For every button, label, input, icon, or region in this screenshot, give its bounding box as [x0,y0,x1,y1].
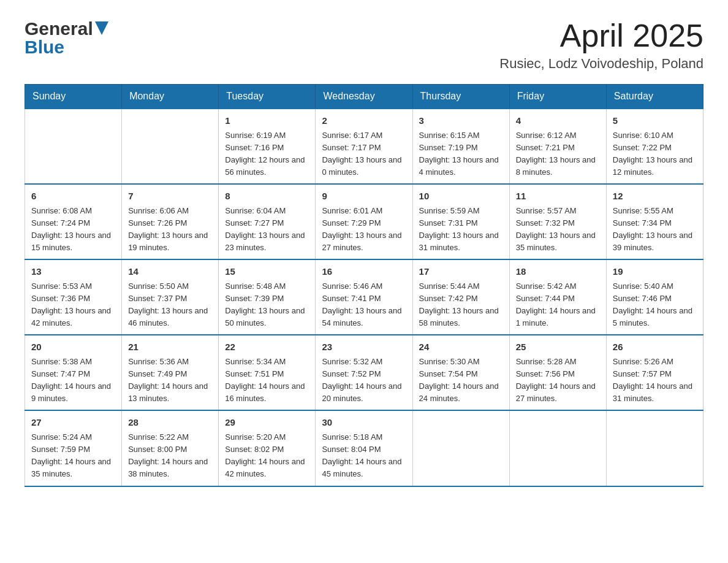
day-info: Sunrise: 5:48 AMSunset: 7:39 PMDaylight:… [225,280,309,330]
day-info: Sunrise: 6:19 AMSunset: 7:16 PMDaylight:… [225,129,309,179]
day-cell: 8Sunrise: 6:04 AMSunset: 7:27 PMDaylight… [219,184,316,259]
day-cell: 16Sunrise: 5:46 AMSunset: 7:41 PMDayligh… [316,259,412,335]
day-cell: 26Sunrise: 5:26 AMSunset: 7:57 PMDayligh… [606,335,703,410]
day-cell: 19Sunrise: 5:40 AMSunset: 7:46 PMDayligh… [606,259,703,335]
day-cell: 9Sunrise: 6:01 AMSunset: 7:29 PMDaylight… [316,184,412,259]
weekday-header-thursday: Thursday [412,85,509,109]
day-info: Sunrise: 5:28 AMSunset: 7:56 PMDaylight:… [516,356,600,405]
day-number: 8 [225,190,309,204]
weekday-header-wednesday: Wednesday [316,85,412,109]
day-info: Sunrise: 6:17 AMSunset: 7:17 PMDaylight:… [322,129,406,179]
day-number: 1 [225,114,309,128]
day-number: 19 [613,265,697,279]
month-title: April 2025 [499,18,703,53]
day-number: 3 [419,114,503,128]
day-cell: 10Sunrise: 5:59 AMSunset: 7:31 PMDayligh… [412,184,509,259]
logo-triangle-icon [95,21,108,35]
day-info: Sunrise: 5:26 AMSunset: 7:57 PMDaylight:… [613,356,697,405]
day-number: 7 [128,190,212,204]
day-number: 29 [225,416,309,430]
day-number: 4 [516,114,600,128]
day-info: Sunrise: 5:53 AMSunset: 7:36 PMDaylight:… [31,280,115,330]
day-number: 26 [613,340,697,354]
day-info: Sunrise: 6:12 AMSunset: 7:21 PMDaylight:… [516,129,600,179]
day-info: Sunrise: 5:46 AMSunset: 7:41 PMDaylight:… [322,280,406,330]
week-row-3: 13Sunrise: 5:53 AMSunset: 7:36 PMDayligh… [25,259,703,335]
day-cell: 4Sunrise: 6:12 AMSunset: 7:21 PMDaylight… [509,109,606,184]
day-cell [25,109,122,184]
day-number: 21 [128,340,212,354]
weekday-header-monday: Monday [122,85,219,109]
day-number: 22 [225,340,309,354]
day-info: Sunrise: 6:04 AMSunset: 7:27 PMDaylight:… [225,205,309,255]
day-cell: 6Sunrise: 6:08 AMSunset: 7:24 PMDaylight… [25,184,122,259]
day-cell: 12Sunrise: 5:55 AMSunset: 7:34 PMDayligh… [606,184,703,259]
day-number: 24 [419,340,503,354]
day-cell [122,109,219,184]
day-cell: 23Sunrise: 5:32 AMSunset: 7:52 PMDayligh… [316,335,412,410]
day-cell [606,410,703,486]
weekday-header-sunday: Sunday [25,85,122,109]
week-row-1: 1Sunrise: 6:19 AMSunset: 7:16 PMDaylight… [25,109,703,184]
day-number: 25 [516,340,600,354]
week-row-2: 6Sunrise: 6:08 AMSunset: 7:24 PMDaylight… [25,184,703,259]
day-number: 28 [128,416,212,430]
day-info: Sunrise: 6:08 AMSunset: 7:24 PMDaylight:… [31,205,115,255]
day-cell [412,410,509,486]
day-info: Sunrise: 5:57 AMSunset: 7:32 PMDaylight:… [516,205,600,255]
weekday-header-tuesday: Tuesday [219,85,316,109]
day-cell: 2Sunrise: 6:17 AMSunset: 7:17 PMDaylight… [316,109,412,184]
calendar-table: SundayMondayTuesdayWednesdayThursdayFrid… [25,84,703,486]
logo-general-text: General [25,18,93,39]
day-cell: 13Sunrise: 5:53 AMSunset: 7:36 PMDayligh… [25,259,122,335]
logo-blue-text: Blue [25,37,64,57]
day-number: 11 [516,190,600,204]
day-number: 13 [31,265,115,279]
day-info: Sunrise: 5:18 AMSunset: 8:04 PMDaylight:… [322,431,406,481]
day-cell: 20Sunrise: 5:38 AMSunset: 7:47 PMDayligh… [25,335,122,410]
day-number: 30 [322,416,406,430]
day-info: Sunrise: 5:59 AMSunset: 7:31 PMDaylight:… [419,205,503,255]
week-row-4: 20Sunrise: 5:38 AMSunset: 7:47 PMDayligh… [25,335,703,410]
day-number: 6 [31,190,115,204]
day-number: 23 [322,340,406,354]
day-number: 12 [613,190,697,204]
day-info: Sunrise: 5:36 AMSunset: 7:49 PMDaylight:… [128,356,212,405]
day-info: Sunrise: 5:34 AMSunset: 7:51 PMDaylight:… [225,356,309,405]
title-area: April 2025 Rusiec, Lodz Voivodeship, Pol… [499,18,703,72]
day-info: Sunrise: 6:10 AMSunset: 7:22 PMDaylight:… [613,129,697,179]
day-cell: 24Sunrise: 5:30 AMSunset: 7:54 PMDayligh… [412,335,509,410]
logo-area: General Blue [25,18,108,58]
day-number: 18 [516,265,600,279]
day-number: 27 [31,416,115,430]
day-info: Sunrise: 5:22 AMSunset: 8:00 PMDaylight:… [128,431,212,481]
logo: General Blue [25,18,108,58]
day-cell: 30Sunrise: 5:18 AMSunset: 8:04 PMDayligh… [316,410,412,486]
day-number: 2 [322,114,406,128]
weekday-header-saturday: Saturday [606,85,703,109]
day-cell: 7Sunrise: 6:06 AMSunset: 7:26 PMDaylight… [122,184,219,259]
day-number: 14 [128,265,212,279]
day-number: 15 [225,265,309,279]
day-cell: 18Sunrise: 5:42 AMSunset: 7:44 PMDayligh… [509,259,606,335]
day-info: Sunrise: 5:42 AMSunset: 7:44 PMDaylight:… [516,280,600,330]
day-number: 17 [419,265,503,279]
day-info: Sunrise: 6:06 AMSunset: 7:26 PMDaylight:… [128,205,212,255]
day-cell: 14Sunrise: 5:50 AMSunset: 7:37 PMDayligh… [122,259,219,335]
day-cell: 1Sunrise: 6:19 AMSunset: 7:16 PMDaylight… [219,109,316,184]
day-info: Sunrise: 5:55 AMSunset: 7:34 PMDaylight:… [613,205,697,255]
location-title: Rusiec, Lodz Voivodeship, Poland [499,56,703,72]
day-cell [509,410,606,486]
svg-marker-0 [95,21,108,35]
day-info: Sunrise: 5:44 AMSunset: 7:42 PMDaylight:… [419,280,503,330]
day-number: 5 [613,114,697,128]
day-info: Sunrise: 6:01 AMSunset: 7:29 PMDaylight:… [322,205,406,255]
day-cell: 27Sunrise: 5:24 AMSunset: 7:59 PMDayligh… [25,410,122,486]
day-cell: 3Sunrise: 6:15 AMSunset: 7:19 PMDaylight… [412,109,509,184]
day-cell: 21Sunrise: 5:36 AMSunset: 7:49 PMDayligh… [122,335,219,410]
weekday-header-friday: Friday [509,85,606,109]
day-cell: 29Sunrise: 5:20 AMSunset: 8:02 PMDayligh… [219,410,316,486]
day-info: Sunrise: 5:40 AMSunset: 7:46 PMDaylight:… [613,280,697,330]
day-cell: 17Sunrise: 5:44 AMSunset: 7:42 PMDayligh… [412,259,509,335]
day-number: 9 [322,190,406,204]
